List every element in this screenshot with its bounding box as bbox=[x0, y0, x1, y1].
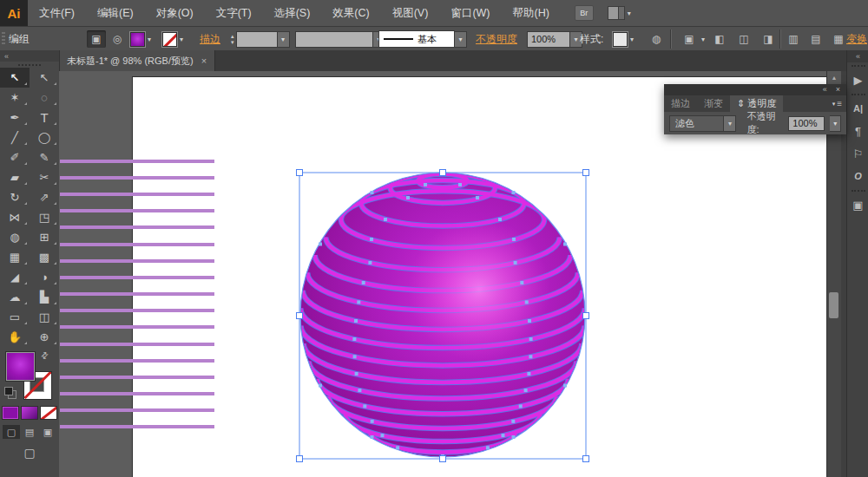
bridge-button[interactable]: Br bbox=[575, 5, 594, 21]
menu-object[interactable]: 对象(O) bbox=[145, 0, 205, 26]
menu-effect[interactable]: 效果(C) bbox=[321, 0, 380, 26]
artwork-line[interactable] bbox=[60, 176, 214, 180]
close-icon[interactable]: × bbox=[201, 56, 207, 66]
color-button[interactable] bbox=[2, 406, 19, 420]
menu-select[interactable]: 选择(S) bbox=[263, 0, 322, 26]
character-panel-icon[interactable]: A| bbox=[847, 97, 868, 120]
close-icon[interactable]: × bbox=[836, 84, 840, 95]
menu-edit[interactable]: 编辑(E) bbox=[86, 0, 145, 26]
magic-wand-tool[interactable]: ✶ bbox=[0, 88, 30, 108]
artwork-line[interactable] bbox=[60, 193, 214, 196]
perspective-grid-tool[interactable]: ⊞ bbox=[30, 227, 59, 247]
reference-point-button[interactable]: ◎ bbox=[108, 30, 127, 48]
eyedropper-tool[interactable]: ◢ bbox=[0, 267, 30, 287]
distribute-bottom-button[interactable]: ▦ bbox=[829, 30, 848, 48]
paintbrush-tool[interactable]: ✐ bbox=[0, 147, 30, 167]
pencil-tool[interactable]: ✎ bbox=[30, 147, 59, 167]
collapse-panel-icon[interactable]: « bbox=[0, 50, 59, 62]
stroke-weight-stepper[interactable]: ▴▾ bbox=[231, 34, 234, 45]
menu-view[interactable]: 视图(V) bbox=[381, 0, 440, 26]
artwork-line[interactable] bbox=[60, 376, 214, 379]
artwork-line[interactable] bbox=[60, 292, 214, 296]
direct-selection-tool[interactable]: ↖ bbox=[30, 68, 59, 88]
panel-opacity-field[interactable]: 100% bbox=[788, 116, 825, 131]
artwork-line[interactable] bbox=[60, 408, 214, 412]
ellipse-tool[interactable]: ◯ bbox=[30, 127, 59, 147]
artwork-line[interactable] bbox=[60, 160, 214, 163]
brush-definition-caret[interactable]: ▾ bbox=[455, 31, 467, 48]
artboard-tool[interactable]: ▭ bbox=[0, 307, 30, 327]
document-info-globe-icon[interactable]: ◍ bbox=[647, 30, 666, 48]
swap-fill-stroke-icon[interactable]: ⇄ bbox=[38, 350, 50, 362]
eraser-tool[interactable]: ▰ bbox=[0, 167, 30, 187]
tab-gradient[interactable]: 渐变 bbox=[697, 95, 730, 112]
symbol-sprayer-tool[interactable]: ☁ bbox=[0, 287, 30, 307]
line-segment-tool[interactable]: ╱ bbox=[0, 127, 30, 147]
menu-type[interactable]: 文字(T) bbox=[205, 0, 263, 26]
distribute-v-center-button[interactable]: ▤ bbox=[806, 30, 825, 48]
variable-width-profile-field[interactable] bbox=[295, 31, 373, 48]
scroll-up-button[interactable]: ▲ bbox=[827, 71, 841, 85]
draw-normal-button[interactable]: ▢ bbox=[3, 425, 20, 439]
expand-panels-icon[interactable]: « bbox=[847, 50, 868, 62]
scrollbar-thumb[interactable] bbox=[829, 292, 838, 318]
stroke-color-swatch[interactable] bbox=[162, 32, 177, 47]
panel-gripper[interactable] bbox=[852, 190, 865, 192]
document-tab[interactable]: 未标题-1* @ 98% (RGB/预览) × bbox=[59, 50, 215, 71]
artwork-line[interactable] bbox=[60, 225, 214, 229]
panel-gripper[interactable] bbox=[852, 65, 865, 67]
panel-opacity-caret[interactable]: ▾ bbox=[830, 115, 841, 132]
opacity-panel-link[interactable]: 不透明度 bbox=[476, 32, 517, 47]
sphere-artwork[interactable] bbox=[295, 168, 590, 463]
constrain-bounding-box-button[interactable]: ▣ bbox=[87, 30, 106, 48]
zoom-tool[interactable]: ⊕ bbox=[30, 327, 59, 347]
scissors-tool[interactable]: ✂ bbox=[30, 167, 59, 187]
paragraph-styles-panel-icon[interactable]: ⚐ bbox=[847, 142, 868, 165]
column-graph-tool[interactable]: ▙ bbox=[30, 287, 59, 307]
stroke-color-caret[interactable]: ▾ bbox=[180, 36, 183, 43]
artwork-line[interactable] bbox=[60, 243, 214, 246]
gradient-button[interactable] bbox=[21, 406, 38, 420]
workspace-switcher[interactable]: ▾ bbox=[608, 6, 631, 20]
actions-panel-icon[interactable]: ▶ bbox=[847, 69, 868, 91]
align-h-center-button[interactable]: ◫ bbox=[734, 30, 753, 48]
menu-window[interactable]: 窗口(W) bbox=[439, 0, 501, 26]
artwork-line[interactable] bbox=[60, 209, 214, 212]
style-caret[interactable]: ▾ bbox=[630, 36, 634, 43]
paragraph-panel-icon[interactable]: ¶ bbox=[847, 120, 868, 142]
free-transform-tool[interactable]: ◳ bbox=[30, 207, 59, 227]
artwork-line[interactable] bbox=[60, 325, 214, 329]
fill-color-caret[interactable]: ▾ bbox=[148, 36, 151, 43]
draw-inside-button[interactable]: ▣ bbox=[39, 425, 56, 439]
stroke-weight-field[interactable] bbox=[236, 31, 278, 48]
align-to-caret[interactable]: ▾ bbox=[701, 36, 705, 43]
artwork-line[interactable] bbox=[60, 259, 214, 263]
default-fill-stroke-icon[interactable] bbox=[4, 387, 16, 398]
artwork-line[interactable] bbox=[60, 359, 214, 363]
scale-tool[interactable]: ⇗ bbox=[30, 187, 59, 207]
mesh-tool[interactable]: ▦ bbox=[0, 247, 30, 267]
artwork-line[interactable] bbox=[60, 425, 214, 428]
pen-tool[interactable]: ✒ bbox=[0, 108, 30, 127]
rotate-tool[interactable]: ↻ bbox=[0, 187, 30, 207]
chevron-down-icon[interactable]: ▾ bbox=[723, 116, 735, 131]
align-left-button[interactable]: ◧ bbox=[710, 30, 729, 48]
fill-color-swatch[interactable] bbox=[130, 32, 145, 47]
artwork-line[interactable] bbox=[60, 309, 214, 312]
artwork-line[interactable] bbox=[60, 343, 214, 346]
distribute-top-button[interactable]: ▥ bbox=[784, 30, 803, 48]
opentype-panel-icon[interactable]: O bbox=[847, 165, 868, 187]
blend-mode-select[interactable]: 滤色 ▾ bbox=[669, 115, 736, 132]
type-tool[interactable]: T bbox=[30, 108, 59, 127]
menu-help[interactable]: 帮助(H) bbox=[502, 0, 561, 26]
slice-tool[interactable]: ◫ bbox=[30, 307, 59, 327]
artwork-line[interactable] bbox=[60, 276, 214, 279]
opacity-field[interactable]: 100% bbox=[527, 31, 570, 48]
tab-transparency[interactable]: ⇕ 透明度 bbox=[730, 95, 783, 112]
stroke-weight-caret[interactable]: ▾ bbox=[278, 31, 290, 48]
collapse-panel-icon[interactable]: « bbox=[823, 84, 827, 95]
panel-gripper[interactable] bbox=[852, 94, 865, 95]
blend-tool[interactable]: ◑ bbox=[30, 267, 59, 287]
screen-mode-button[interactable]: ▢ bbox=[0, 446, 59, 460]
align-right-button[interactable]: ◨ bbox=[759, 30, 778, 48]
